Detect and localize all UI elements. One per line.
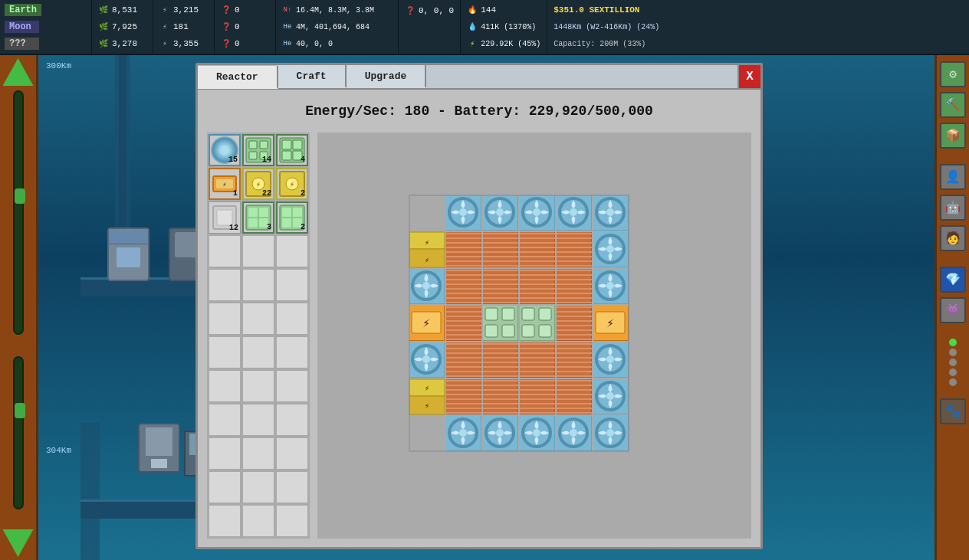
box-button[interactable]: 📦 — [940, 123, 966, 149]
resource2-earth: ⚡ 3,215 — [159, 5, 208, 15]
scroll-track-2[interactable] — [13, 356, 24, 509]
robot-button[interactable]: 🤖 — [940, 195, 966, 221]
inv-count-reactor: 22 — [262, 189, 271, 198]
inv-cell-empty-10[interactable] — [276, 303, 308, 335]
svg-rect-64 — [446, 232, 481, 267]
inv-cell-empty-23[interactable] — [209, 471, 241, 503]
svg-rect-32 — [282, 218, 291, 228]
svg-rect-101 — [446, 416, 481, 451]
inv-cell-vent3[interactable]: 3 — [242, 201, 274, 234]
resource2-group: ⚡ 3,215 ⚡ 181 ⚡ 3,355 — [153, 0, 215, 54]
inv-cell-fan[interactable]: 15 — [209, 134, 241, 166]
gem-button[interactable]: 💎 — [940, 267, 966, 293]
svg-rect-11 — [282, 151, 291, 160]
scroll-down-button[interactable] — [3, 529, 34, 557]
energy-icon: 🔥 — [467, 5, 478, 15]
bg-pillar-3 — [80, 423, 100, 560]
tab-reactor[interactable]: Reactor — [198, 66, 278, 89]
planet-earth-row[interactable]: Earth — [5, 3, 87, 17]
svg-rect-5 — [260, 141, 268, 149]
inv-cell-empty-19[interactable] — [276, 404, 308, 436]
svg-rect-95 — [557, 379, 592, 414]
svg-rect-86 — [446, 342, 481, 378]
inv-cell-empty-17[interactable] — [209, 404, 241, 436]
inv-cell-empty-3[interactable] — [242, 235, 274, 267]
resource1-unk-icon: 🌿 — [98, 38, 109, 49]
svg-rect-102 — [483, 416, 518, 451]
svg-rect-96 — [593, 379, 629, 414]
tab-upgrade[interactable]: Upgrade — [347, 65, 427, 88]
planet-unknown-row[interactable]: ??? — [5, 37, 87, 51]
inv-cell-empty-15[interactable] — [242, 370, 274, 402]
inv-cell-empty-13[interactable] — [276, 336, 308, 368]
inv-cell-vent2[interactable]: 4 — [276, 134, 308, 166]
inv-cell-empty-20[interactable] — [209, 437, 241, 470]
svg-point-2 — [222, 147, 228, 153]
planet-moon-row[interactable]: Moon — [5, 20, 87, 34]
svg-rect-87 — [483, 342, 518, 378]
inv-cell-empty-4[interactable] — [276, 235, 308, 267]
inv-cell-vent[interactable]: 14 — [242, 134, 274, 166]
inv-cell-empty1[interactable]: 12 — [209, 201, 241, 234]
svg-text:⚡: ⚡ — [290, 181, 294, 189]
inv-cell-empty-9[interactable] — [242, 303, 274, 335]
coords-val: 0, 0, 0 — [419, 6, 454, 15]
bottom-creature-button[interactable]: 🐾 — [940, 398, 966, 424]
person-button[interactable]: 🧑 — [940, 225, 966, 251]
inv-cell-empty-16[interactable] — [276, 370, 308, 402]
inv-cell-empty-11[interactable] — [209, 336, 241, 368]
dialog-close-button[interactable]: X — [737, 65, 760, 88]
svg-rect-23 — [217, 210, 232, 225]
inv-cell-empty-22[interactable] — [276, 437, 308, 470]
face-button[interactable]: 👤 — [940, 164, 966, 190]
inv-cell-empty-27[interactable] — [242, 505, 274, 537]
coords-earth: ❓ 0, 0, 0 — [405, 5, 454, 16]
gear-button[interactable]: ⚙ — [940, 61, 966, 87]
inv-cell-vent4[interactable]: 2 — [276, 201, 308, 234]
inv-cell-empty-25[interactable] — [276, 471, 308, 503]
inv-cell-empty-21[interactable] — [242, 437, 274, 470]
unknown-moon: ❓ 0 — [221, 21, 269, 32]
planet-earth-label[interactable]: Earth — [5, 4, 41, 16]
money-val: $351.0 SEXTILLION — [553, 5, 679, 15]
inv-cell-empty-24[interactable] — [242, 471, 274, 503]
helium-moon-icon: He — [282, 21, 293, 32]
inv-cell-reactor[interactable]: ⚡ 22 — [242, 168, 274, 200]
planet-unknown-label[interactable]: ??? — [5, 38, 39, 50]
scroll-thumb-2[interactable] — [15, 403, 25, 418]
reactor-grid-area: ⚡ ⚡ — [317, 133, 751, 539]
indicator-dot-2 — [949, 349, 957, 356]
resource1-moon-val: 7,925 — [112, 22, 137, 31]
tab-craft[interactable]: Craft — [278, 65, 347, 88]
helium-unk-icon: He — [282, 38, 293, 49]
money-group: $351.0 SEXTILLION 1448Km (W2-416Km) (24%… — [547, 0, 685, 54]
inv-cell-empty-14[interactable] — [209, 370, 241, 402]
bg-pillar-2 — [119, 55, 126, 247]
svg-rect-105 — [593, 416, 629, 451]
energy-unk: ⚡ 229.92K (45%) — [467, 38, 540, 49]
svg-rect-78 — [593, 269, 629, 304]
inv-cell-empty-2[interactable] — [209, 235, 241, 267]
inv-cell-empty-6[interactable] — [242, 269, 274, 301]
inv-cell-empty-28[interactable] — [276, 505, 308, 537]
inv-cell-empty-8[interactable] — [209, 303, 241, 335]
inv-cell-empty-18[interactable] — [242, 404, 274, 436]
inv-cell-empty-26[interactable] — [209, 505, 241, 537]
svg-rect-103 — [520, 416, 555, 451]
creature-button[interactable]: 👾 — [940, 297, 966, 323]
capacity-text: Capacity: 200M (33%) — [553, 40, 645, 48]
hammer-button[interactable]: 🔨 — [940, 92, 966, 118]
inv-cell-empty-5[interactable] — [209, 269, 241, 301]
scroll-up-button[interactable] — [3, 58, 34, 86]
coords-unk — [405, 40, 454, 48]
scroll-track[interactable] — [13, 90, 24, 335]
inv-cell-reactor2[interactable]: ⚡ 2 — [276, 168, 308, 200]
inv-cell-empty-12[interactable] — [242, 336, 274, 368]
inv-cell-battery[interactable]: ⚡ 1 — [209, 168, 241, 200]
unknown-moon-val: 0 — [235, 22, 240, 31]
scroll-thumb[interactable] — [15, 188, 25, 204]
inv-count-vent2: 4 — [301, 156, 305, 164]
inv-cell-empty-7[interactable] — [276, 269, 308, 301]
svg-rect-6 — [249, 152, 257, 159]
planet-moon-label[interactable]: Moon — [5, 21, 39, 33]
